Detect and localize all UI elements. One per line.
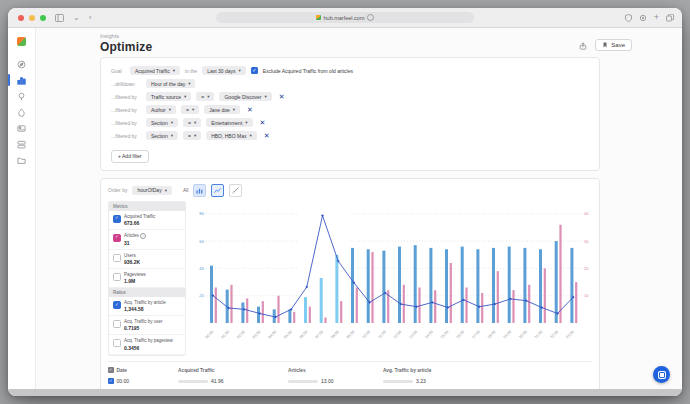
back-icon[interactable]: ‹ <box>89 14 92 22</box>
filter-value-dropdown[interactable]: HBO, HBO Max▾ <box>206 131 257 140</box>
metric-value: 0.3456 <box>124 345 173 351</box>
metric-checkbox[interactable] <box>113 254 121 262</box>
filter-operator-dropdown[interactable]: =▾ <box>196 92 214 101</box>
filter-row: ...filtered by Traffic source▾ =▾ Google… <box>111 92 589 101</box>
select-all-checkbox[interactable]: ✓ <box>108 367 114 373</box>
shield-icon[interactable] <box>625 14 632 22</box>
filter-field-dropdown[interactable]: Traffic source▾ <box>146 92 191 101</box>
ratios-header: Ratios <box>109 288 185 297</box>
sidebar-item-media[interactable] <box>8 120 35 136</box>
metric-checkbox[interactable] <box>113 273 121 281</box>
filter-operator-dropdown[interactable]: =▾ <box>181 105 199 114</box>
metric-item[interactable]: Users 936.2K <box>109 250 185 269</box>
metric-label: Acq. Traffic by pageview <box>124 338 173 343</box>
metrics-panel: Metrics ✓ Acquired Traffic 673.66 ✓ Arti… <box>108 201 186 356</box>
order-by-dropdown[interactable]: hourOfDay▾ <box>132 186 171 195</box>
svg-text:10:00: 10:00 <box>362 329 372 339</box>
sidebar-item-ideas[interactable] <box>8 88 35 104</box>
chevron-down-icon[interactable]: ⌄ <box>73 14 80 22</box>
filter-field-dropdown[interactable]: Section▾ <box>146 131 178 140</box>
metric-item[interactable]: Acq. Traffic by pageview 0.3456 <box>109 335 185 354</box>
svg-text:01:00: 01:00 <box>221 329 231 339</box>
close-window-icon[interactable] <box>18 15 24 21</box>
table-row[interactable]: ✓00:00 41.96 13.00 3.23 <box>108 376 592 387</box>
remove-filter-icon[interactable]: ✕ <box>260 119 266 126</box>
main-content: Insights Optimize Save <box>36 28 682 390</box>
marfeel-logo[interactable] <box>17 37 26 46</box>
remove-filter-icon[interactable]: ✕ <box>247 106 253 113</box>
svg-text:20:00: 20:00 <box>518 329 528 339</box>
share-icon[interactable] <box>579 36 587 54</box>
period-dropdown[interactable]: Last 30 days▾ <box>202 66 246 75</box>
sidebar-item-compass[interactable] <box>8 56 35 72</box>
table-header-row: ✓Date Acquired Traffic Articles Avg. Tra… <box>108 365 592 376</box>
svg-text:05:00: 05:00 <box>283 329 293 339</box>
desktop-background: ⌄ ‹ hub.marfeel.com + <box>0 0 690 404</box>
window-controls <box>18 15 46 21</box>
new-tab-icon[interactable]: + <box>654 13 659 22</box>
filter-operator-dropdown[interactable]: =▾ <box>183 131 201 140</box>
filter-value-dropdown[interactable]: Entertainment▾ <box>206 118 252 127</box>
metric-value: 0.7195 <box>124 325 162 331</box>
chat-icon <box>658 371 666 379</box>
info-icon[interactable]: i <box>140 233 146 239</box>
svg-text:60: 60 <box>199 238 204 243</box>
metric-item[interactable]: ✓ Acq. Traffic by article 1,344.58 <box>109 297 185 316</box>
row-checkbox[interactable]: ✓ <box>108 378 114 384</box>
svg-text:19:00: 19:00 <box>503 329 513 339</box>
metric-checkbox[interactable] <box>113 320 121 328</box>
add-filter-button[interactable]: + Add filter <box>111 150 149 163</box>
folder-icon <box>17 151 26 169</box>
filter-field-dropdown[interactable]: Author▾ <box>146 105 176 114</box>
drilldown-dropdown[interactable]: Hour of the day▾ <box>146 79 195 88</box>
metric-checkbox[interactable]: ✓ <box>113 234 121 242</box>
save-button[interactable]: Save <box>595 39 632 51</box>
filter-operator-dropdown[interactable]: =▾ <box>183 118 201 127</box>
filter-value-dropdown[interactable]: Jane doe▾ <box>204 105 240 114</box>
browser-chrome: ⌄ ‹ hub.marfeel.com + <box>8 8 682 28</box>
gear-icon[interactable] <box>639 14 647 22</box>
goal-label: Goal <box>111 68 125 74</box>
remove-filter-icon[interactable]: ✕ <box>279 93 285 100</box>
metric-item[interactable]: Acq. Traffic by user 0.7195 <box>109 316 185 335</box>
save-label: Save <box>611 42 625 48</box>
metric-checkbox[interactable]: ✓ <box>113 301 121 309</box>
metric-checkbox[interactable] <box>113 339 121 347</box>
breadcrumb[interactable]: Insights <box>100 33 632 39</box>
sidebar-item-list[interactable] <box>8 136 35 152</box>
sidebar-item-analytics[interactable] <box>8 72 35 88</box>
sidebar-toggle-icon[interactable] <box>55 14 64 22</box>
remove-filter-icon[interactable]: ✕ <box>264 132 270 139</box>
metrics-header: Metrics <box>109 202 185 211</box>
zoom-window-icon[interactable] <box>40 15 46 21</box>
sidebar-item-ink[interactable] <box>8 104 35 120</box>
sidebar-item-folder[interactable] <box>8 152 35 168</box>
site-info-icon[interactable] <box>367 14 374 21</box>
tab-overview-icon[interactable] <box>666 14 674 22</box>
metric-item[interactable]: ✓ Acquired Traffic 673.66 <box>109 211 185 230</box>
metric-label: Pageviews <box>124 272 146 277</box>
url-bar[interactable]: hub.marfeel.com <box>216 12 474 23</box>
minimize-window-icon[interactable] <box>29 15 35 21</box>
goal-dropdown[interactable]: Acquired Traffic▾ <box>130 66 180 75</box>
svg-text:14:00: 14:00 <box>424 329 434 339</box>
table-view-button[interactable] <box>193 184 206 197</box>
svg-text:40: 40 <box>584 211 589 216</box>
metric-label: Articles i <box>124 233 146 239</box>
exclude-label: Exclude Acquired Traffic from old articl… <box>263 68 353 74</box>
view-all-button[interactable]: All <box>183 187 189 193</box>
filter-value-dropdown[interactable]: Google Discover▾ <box>219 92 271 101</box>
metric-label: Acq. Traffic by article <box>124 300 166 305</box>
svg-text:00:00: 00:00 <box>205 329 215 339</box>
scatter-chart-button[interactable] <box>229 184 242 197</box>
metric-checkbox[interactable]: ✓ <box>113 215 121 223</box>
metric-item[interactable]: Pageviews 1.9M <box>109 269 185 288</box>
chart-area[interactable]: 204060801020304000:0001:0002:0003:0004:0… <box>190 201 598 356</box>
filter-field-dropdown[interactable]: Section▾ <box>146 118 178 127</box>
chat-widget-button[interactable] <box>653 366 670 383</box>
metric-item[interactable]: ✓ Articles i 31 <box>109 230 185 250</box>
svg-text:03:00: 03:00 <box>252 329 262 339</box>
exclude-checkbox[interactable]: ✓ <box>251 67 258 74</box>
row-date: 00:00 <box>117 378 130 384</box>
line-chart-button[interactable] <box>211 184 224 197</box>
